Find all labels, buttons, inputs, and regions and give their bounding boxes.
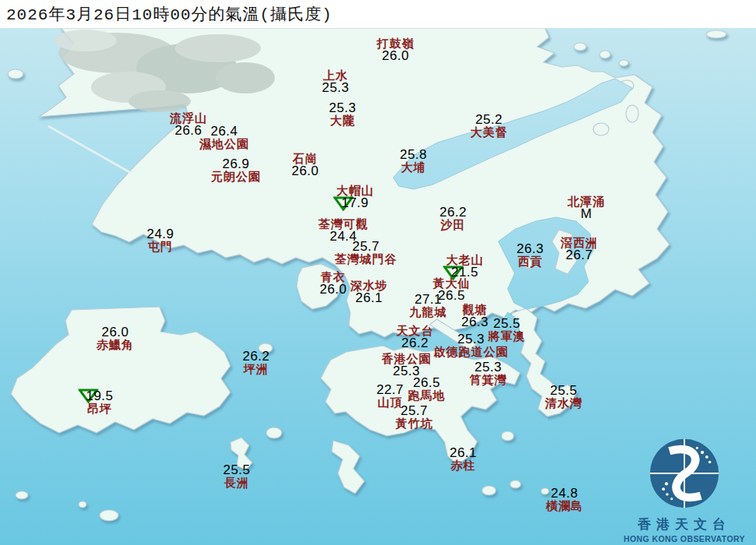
station: 石崗26.0: [291, 153, 318, 178]
station-name: 濕地公園: [199, 138, 249, 150]
station-name: 橫瀾島: [546, 500, 583, 512]
station: 天文台26.2: [396, 325, 434, 350]
station-value: 26.5: [408, 377, 445, 389]
station: 北潭涌M: [568, 195, 605, 220]
station-value: 25.7: [396, 405, 433, 417]
station-value: 26.0: [97, 326, 134, 339]
station-name: 坪洲: [242, 363, 269, 375]
station-value: 25.5: [488, 318, 526, 330]
station-name: 赤柱: [449, 459, 476, 472]
station: 25.3大隴: [329, 102, 356, 127]
station: 25.5清水灣: [545, 385, 582, 410]
station-value: 26.2: [396, 337, 434, 350]
station: 大帽山17.9: [336, 185, 374, 209]
station: 香港公園25.3: [382, 353, 431, 378]
station-value: 26.2: [439, 206, 466, 219]
station: 26.3西貢: [516, 243, 543, 268]
title-bar: 2026年3月26日10時00分的氣溫(攝氏度): [0, 0, 756, 28]
station: 26.5跑馬地: [408, 377, 445, 402]
station: 26.2坪洲: [242, 350, 269, 375]
station: 24.9屯門: [146, 228, 174, 253]
station-name: 長洲: [223, 476, 250, 489]
station-name: 沙田: [439, 219, 466, 231]
station-name: 西貢: [516, 255, 543, 268]
station-value: 26.7: [561, 249, 598, 262]
station: 25.8大埔: [399, 149, 427, 174]
station: 青衣26.0: [319, 271, 346, 296]
station-name: 屯門: [146, 241, 174, 253]
station-name: 啟德跑道公園: [434, 346, 508, 358]
station: 25.7荃灣城門谷: [335, 241, 397, 265]
station-value: 25.5: [545, 385, 582, 397]
station: 26.4濕地公園: [199, 125, 249, 150]
station-value: M: [568, 208, 605, 220]
station-name: 大美督: [470, 126, 508, 139]
station-name: 跑馬地: [408, 389, 445, 402]
station: 26.9元朗公園: [211, 158, 261, 183]
station-value: 25.3: [469, 361, 507, 374]
station-name: 大埔: [399, 161, 427, 174]
station-value: 25.3: [434, 333, 508, 346]
station-value: 26.4: [199, 125, 249, 138]
station-value: 25.2: [470, 114, 508, 126]
station-value: 25.8: [399, 149, 427, 161]
station: 26.1赤柱: [449, 447, 476, 472]
station-name: 清水灣: [545, 397, 582, 410]
station: 大老山21.5: [446, 254, 483, 279]
station-name: 赤鱲角: [97, 339, 134, 351]
station-value: 26.3: [461, 316, 488, 329]
station: 25.3啟德跑道公園: [434, 333, 508, 358]
hko-logo-icon: [647, 436, 722, 511]
station-value: 26.0: [377, 50, 414, 62]
station-name: 九龍城: [410, 306, 447, 318]
station: 25.2大美督: [470, 114, 508, 139]
station-value: 25.7: [335, 241, 397, 253]
station-value: 27.1: [410, 294, 447, 306]
hko-logo: 香港天文台 HONG KONG OBSERVATORY: [617, 436, 751, 543]
station-value: 22.7: [376, 384, 403, 396]
hko-logo-chinese-name: 香港天文台: [617, 515, 751, 533]
station-value: 25.3: [322, 82, 349, 94]
station-name: 筲箕灣: [469, 374, 507, 386]
station: 25.3筲箕灣: [469, 361, 507, 386]
station-value: 26.0: [319, 283, 346, 296]
station-value: 25.5: [223, 464, 250, 476]
station: 深水埗26.1: [350, 280, 388, 304]
hko-logo-english-name: HONG KONG OBSERVATORY: [617, 534, 751, 543]
temperature-map-app: 2026年3月26日10時00分的氣溫(攝氏度) 打鼓嶺26.0上水25.325…: [0, 0, 756, 545]
station-value: 26.1: [350, 292, 388, 304]
station-value: 19.5: [86, 390, 113, 403]
map-title: 2026年3月26日10時00分的氣溫(攝氏度): [0, 3, 332, 25]
station-name: 黃竹坑: [396, 417, 433, 430]
station-name: 昂坪: [86, 403, 113, 415]
station: 25.5長洲: [223, 464, 250, 489]
station: 19.5昂坪: [86, 390, 113, 415]
station: 觀塘26.3: [461, 304, 488, 329]
station: 25.7黃竹坑: [396, 405, 433, 430]
station-name: 大隴: [329, 114, 356, 127]
station: 打鼓嶺26.0: [377, 37, 414, 62]
station: 27.1九龍城: [410, 294, 447, 318]
station-value: 24.8: [546, 487, 583, 500]
station-name: 荃灣城門谷: [335, 253, 397, 265]
station-value: 26.1: [449, 447, 476, 459]
station-value: 17.9: [336, 197, 374, 209]
station: 24.8橫瀾島: [546, 487, 583, 512]
station: 滘西洲26.7: [561, 237, 598, 262]
station-value: 26.0: [291, 165, 318, 178]
station: 26.0赤鱲角: [97, 326, 134, 351]
station-name: 元朗公園: [211, 171, 261, 183]
station-value: 26.3: [516, 243, 543, 255]
station: 上水25.3: [322, 69, 349, 94]
station-value: 25.3: [329, 102, 356, 114]
station: 26.2沙田: [439, 206, 466, 231]
station-value: 24.9: [146, 228, 174, 241]
station-value: 26.2: [242, 350, 269, 363]
station-value: 26.9: [211, 158, 261, 171]
